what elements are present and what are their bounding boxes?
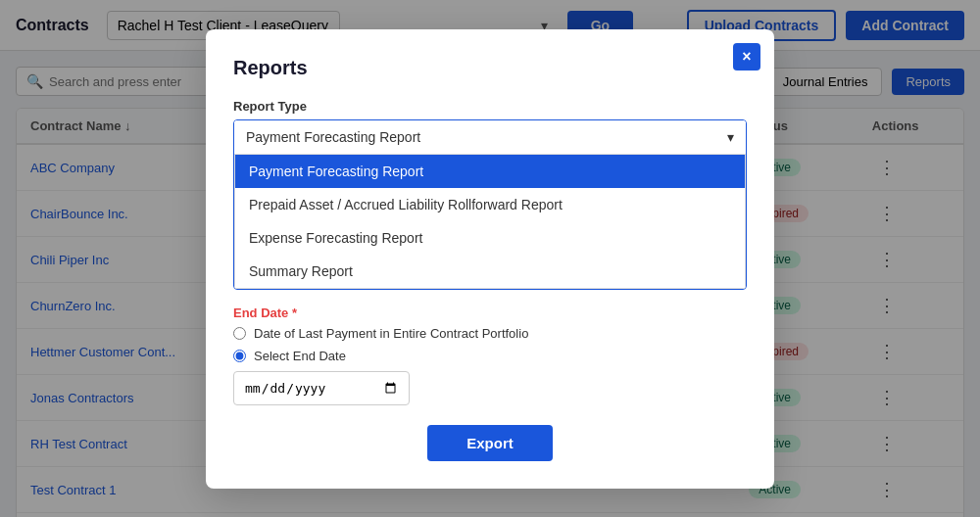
dropdown-option[interactable]: Summary Report	[235, 255, 745, 288]
dropdown-option[interactable]: Payment Forecasting Report	[235, 155, 745, 188]
dropdown-option[interactable]: Expense Forecasting Report	[235, 221, 745, 255]
modal-title: Reports	[233, 57, 747, 79]
report-type-dropdown[interactable]: Payment Forecasting Report ▾ Payment For…	[233, 119, 747, 290]
end-date-section: End Date * Date of Last Payment in Entir…	[233, 306, 747, 405]
modal-close-button[interactable]: ×	[733, 43, 760, 70]
end-date-input[interactable]	[233, 371, 410, 405]
radio-select-end-date-input[interactable]	[233, 350, 246, 362]
radio-group: Date of Last Payment in Entire Contract …	[233, 326, 747, 405]
dropdown-option[interactable]: Prepaid Asset / Accrued Liability Rollfo…	[235, 188, 745, 221]
dropdown-selected-value[interactable]: Payment Forecasting Report ▾	[234, 120, 746, 155]
radio-select-end-date[interactable]: Select End Date	[233, 349, 747, 363]
end-date-label: End Date *	[233, 306, 747, 320]
radio-select-end-date-label: Select End Date	[254, 349, 346, 363]
radio-last-payment[interactable]: Date of Last Payment in Entire Contract …	[233, 326, 747, 341]
reports-modal: Reports × Report Type Payment Forecastin…	[206, 29, 774, 489]
report-type-label: Report Type	[233, 99, 747, 114]
modal-overlay[interactable]: Reports × Report Type Payment Forecastin…	[0, 0, 980, 517]
required-marker: *	[292, 306, 297, 320]
dropdown-options-list: Payment Forecasting ReportPrepaid Asset …	[234, 155, 746, 289]
radio-last-payment-input[interactable]	[233, 327, 246, 340]
chevron-down-icon: ▾	[727, 129, 734, 145]
selected-option-text: Payment Forecasting Report	[246, 129, 420, 145]
radio-last-payment-label: Date of Last Payment in Entire Contract …	[254, 326, 528, 341]
export-button[interactable]: Export	[427, 425, 553, 461]
